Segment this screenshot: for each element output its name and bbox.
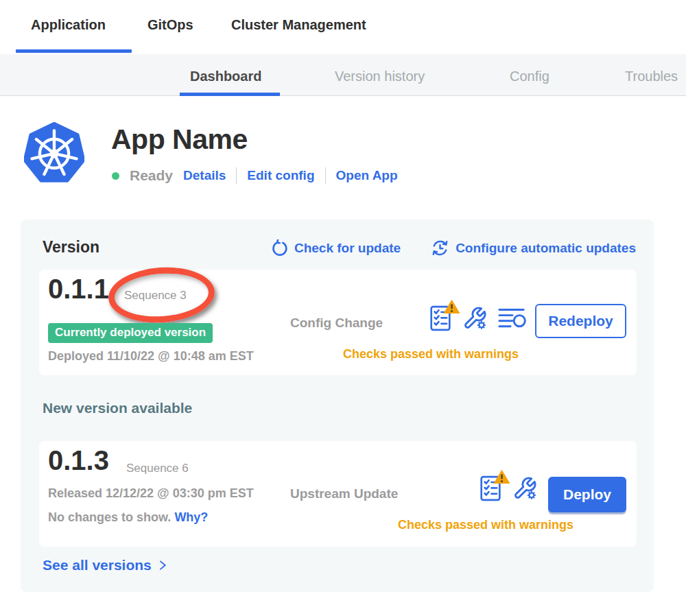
config-wrench-icon[interactable]: [462, 306, 487, 331]
open-app-link[interactable]: Open App: [336, 168, 398, 183]
active-nav-underline: [16, 49, 132, 53]
admin-console-screen: Application GitOps Cluster Management Da…: [0, 0, 686, 616]
current-version-card: 0.1.1 Sequence 3 Currently deployed vers…: [39, 270, 637, 375]
app-status-row: Ready Details Edit config Open App: [112, 167, 398, 185]
warning-triangle-icon: [442, 298, 461, 314]
deployed-timestamp: Deployed 11/10/22 @ 10:48 am EST: [48, 349, 254, 364]
nav-item-cluster-management[interactable]: Cluster Management: [231, 17, 366, 33]
scheduled-refresh-icon: [431, 239, 449, 257]
view-files-icon[interactable]: [497, 307, 528, 330]
configure-automatic-updates-link[interactable]: Configure automatic updates: [431, 239, 636, 257]
configure-automatic-updates-label: Configure automatic updates: [456, 241, 636, 256]
new-version-heading: New version available: [43, 400, 192, 416]
check-for-update-link[interactable]: Check for update: [270, 239, 401, 257]
available-checks-status: Checks passed with warnings: [398, 518, 573, 532]
version-panel-actions: Check for update Configure automatic upd…: [270, 239, 636, 257]
status-text: Ready: [130, 167, 173, 184]
available-version-number: 0.1.3: [48, 445, 109, 476]
no-changes-text: No changes to show.: [48, 510, 171, 524]
version-panel-title: Version: [43, 238, 99, 257]
currently-deployed-badge: Currently deployed version: [48, 323, 213, 343]
current-change-type: Config Change: [290, 316, 383, 331]
current-version-sequence: Sequence 3: [124, 289, 187, 303]
details-link[interactable]: Details: [183, 168, 226, 183]
check-for-update-label: Check for update: [294, 241, 401, 256]
nav-item-gitops[interactable]: GitOps: [147, 17, 193, 33]
active-tab-underline: [180, 93, 280, 96]
released-timestamp: Released 12/12/22 @ 03:30 pm EST: [48, 486, 254, 501]
version-panel: Version Check for update: [21, 220, 654, 592]
app-tab-bar: Dashboard Version history Config Trouble…: [0, 54, 686, 96]
warning-triangle-icon: [493, 469, 511, 484]
kubernetes-logo-icon: [24, 121, 84, 185]
available-version-sequence: Sequence 6: [126, 462, 189, 475]
available-version-card: 0.1.3 Sequence 6 Released 12/12/22 @ 03:…: [39, 441, 637, 547]
current-checks-status: Checks passed with warnings: [343, 347, 519, 362]
page-title-app-name: App Name: [111, 123, 248, 156]
tab-troubleshoot[interactable]: Troubles: [625, 69, 678, 84]
edit-config-link[interactable]: Edit config: [247, 168, 314, 183]
top-nav: Application GitOps Cluster Management: [0, 0, 686, 54]
available-version-icons: [479, 474, 537, 503]
chevron-right-icon: [156, 558, 169, 573]
tab-version-history[interactable]: Version history: [335, 69, 425, 84]
link-divider: [325, 167, 326, 184]
current-version-number: 0.1.1: [48, 274, 109, 305]
preflight-checks-icon[interactable]: [479, 474, 502, 503]
why-link[interactable]: Why?: [174, 510, 208, 524]
preflight-checks-icon[interactable]: [429, 304, 452, 333]
nav-item-application[interactable]: Application: [31, 17, 106, 33]
deploy-button[interactable]: Deploy: [548, 477, 626, 512]
refresh-icon: [270, 239, 288, 257]
redeploy-button[interactable]: Redeploy: [535, 304, 626, 338]
tab-config[interactable]: Config: [510, 69, 549, 84]
tab-dashboard[interactable]: Dashboard: [190, 69, 261, 84]
no-changes-line: No changes to show. Why?: [48, 510, 208, 525]
status-ready-dot-icon: [112, 172, 119, 180]
config-wrench-icon[interactable]: [512, 476, 537, 501]
current-version-icons: [429, 304, 528, 333]
see-all-versions-label: See all versions: [43, 557, 152, 573]
link-divider: [236, 167, 237, 184]
available-change-type: Upstream Update: [290, 486, 398, 501]
see-all-versions-link[interactable]: See all versions: [43, 557, 169, 573]
